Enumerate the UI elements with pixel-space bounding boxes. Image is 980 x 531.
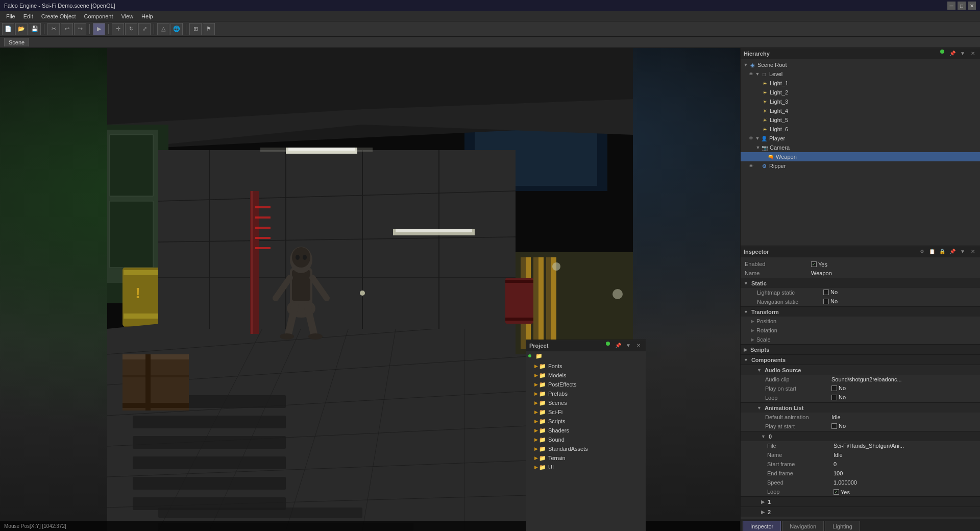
arrow-light6 xyxy=(755,126,761,132)
enabled-checkbox[interactable]: ✓ xyxy=(811,261,817,267)
project-close-btn[interactable]: ✕ xyxy=(634,342,643,350)
close-button[interactable]: ✕ xyxy=(968,2,976,10)
eye-player: 👁 xyxy=(749,136,753,141)
toolbar-redo[interactable]: ↪ xyxy=(74,23,86,35)
tree-item-light2[interactable]: ☀ Light_2 xyxy=(741,88,980,97)
hierarchy-menu-btn[interactable]: ▼ xyxy=(959,50,967,58)
anim-entry-0[interactable]: ▼ 0 xyxy=(741,431,980,441)
section-components[interactable]: ▼ Components xyxy=(741,354,980,365)
lightmap-cb[interactable] xyxy=(823,289,829,295)
tree-item-light1[interactable]: ☀ Light_1 xyxy=(741,79,980,88)
loop-anim-cb[interactable]: ✓ xyxy=(834,489,839,495)
tree-item-scene-root[interactable]: ▼ ◉ Scene Root xyxy=(741,60,980,69)
svg-point-75 xyxy=(292,247,310,268)
play-on-start-cb[interactable] xyxy=(831,385,837,391)
inspector-pin-btn[interactable]: 📌 xyxy=(948,248,957,256)
svg-rect-38 xyxy=(122,403,189,408)
toolbar-grid[interactable]: ⊞ xyxy=(189,23,202,35)
inspector-tabs: Inspector Navigation Lighting xyxy=(741,519,980,531)
scene-tab-label[interactable]: Scene xyxy=(4,38,29,46)
project-root-row[interactable]: 📁 xyxy=(526,351,646,360)
project-item-prefabs[interactable]: ▶ 📁 Prefabs xyxy=(526,389,646,398)
loop-audio-cb[interactable] xyxy=(831,395,837,400)
tab-lighting[interactable]: Lighting xyxy=(825,521,860,531)
tree-item-level[interactable]: 👁 ▼ □ Level xyxy=(741,69,980,79)
toolbar-play[interactable]: ▶ xyxy=(93,23,105,35)
toolbar-save[interactable]: 💾 xyxy=(29,23,41,35)
project-item-shaders[interactable]: ▶ 📁 Shaders xyxy=(526,426,646,435)
project-item-models[interactable]: ▶ 📁 Models xyxy=(526,371,646,380)
anim-entry-2[interactable]: ▶ 2 xyxy=(741,506,980,517)
anim-entry-1[interactable]: ▶ 1 xyxy=(741,496,980,506)
project-item-scenes[interactable]: ▶ 📁 Scenes xyxy=(526,398,646,407)
section-transform[interactable]: ▼ Transform xyxy=(741,306,980,317)
end-frame-row: End frame 100 xyxy=(741,469,980,478)
eye-ripper: 👁 xyxy=(749,163,753,168)
toolbar-undo[interactable]: ↩ xyxy=(61,23,73,35)
project-item-scifi[interactable]: ▶ 📁 Sci-Fi xyxy=(526,407,646,417)
menu-file[interactable]: File xyxy=(2,12,19,20)
icon-scene-root: ◉ xyxy=(749,61,756,68)
inspector-btn3[interactable]: 🔒 xyxy=(938,248,946,256)
section-static[interactable]: ▼ Static xyxy=(741,278,980,288)
tree-item-light6[interactable]: ☀ Light_6 xyxy=(741,125,980,134)
project-item-fonts[interactable]: ▶ 📁 Fonts xyxy=(526,361,646,371)
inspector-btn2[interactable]: 📋 xyxy=(928,248,936,256)
project-item-scripts[interactable]: ▶ 📁 Scripts xyxy=(526,417,646,426)
inspector-close-btn[interactable]: ✕ xyxy=(969,248,977,256)
anim-file-row: File Sci-Fi/Hands_Shotgun/Ani... xyxy=(741,441,980,450)
navigation-cb[interactable] xyxy=(823,299,829,304)
toolbar-mode2[interactable]: 🌐 xyxy=(170,23,183,35)
maximize-button[interactable]: □ xyxy=(958,2,966,10)
menu-create-object[interactable]: Create Object xyxy=(37,12,80,20)
play-at-start-cb[interactable] xyxy=(831,423,837,429)
tree-item-light4[interactable]: ☀ Light_4 xyxy=(741,106,980,115)
toolbar-scale[interactable]: ⤢ xyxy=(138,23,151,35)
tab-navigation[interactable]: Navigation xyxy=(782,521,824,531)
toolbar-mode1[interactable]: △ xyxy=(157,23,169,35)
project-item-terrain[interactable]: ▶ 📁 Terrain xyxy=(526,453,646,463)
menu-view[interactable]: View xyxy=(117,12,137,20)
arrow-player: ▼ xyxy=(754,135,761,141)
section-scripts[interactable]: ▶ Scripts xyxy=(741,344,980,354)
project-pin-btn[interactable]: 📌 xyxy=(614,342,622,350)
folder-ui: 📁 xyxy=(539,464,546,471)
project-item-ui[interactable]: ▶ 📁 UI xyxy=(526,463,646,472)
hierarchy-close-btn[interactable]: ✕ xyxy=(969,50,977,58)
inspector-btn1[interactable]: ⚙ xyxy=(918,248,926,256)
tree-item-player[interactable]: 👁 ▼ 👤 Player xyxy=(741,134,980,143)
menu-edit[interactable]: Edit xyxy=(19,12,37,20)
project-item-standardassets[interactable]: ▶ 📁 StandardAssets xyxy=(526,444,646,453)
hierarchy-pin-btn[interactable]: 📌 xyxy=(948,50,957,58)
tab-inspector[interactable]: Inspector xyxy=(743,521,781,531)
project-item-posteffects[interactable]: ▶ 📁 PostEffects xyxy=(526,380,646,389)
toolbar-new[interactable]: 📄 xyxy=(2,23,14,35)
tree-item-camera[interactable]: ▼ 📷 Camera xyxy=(741,143,980,152)
section-animation-list[interactable]: ▼ Animation List xyxy=(741,402,980,413)
project-panel: Project 📌 ▼ ✕ 📁 ▶ 📁 Fonts ▶ 📁 Models ▶ 📁 xyxy=(526,340,646,531)
label-static: Static xyxy=(751,280,767,286)
project-menu-btn[interactable]: ▼ xyxy=(624,342,632,350)
project-item-sound[interactable]: ▶ 📁 Sound xyxy=(526,435,646,444)
toolbar-translate[interactable]: ✛ xyxy=(112,23,124,35)
tree-item-ripper[interactable]: 👁 ⚙ Ripper xyxy=(741,161,980,171)
tree-item-light3[interactable]: ☀ Light_3 xyxy=(741,97,980,106)
toolbar-rotate[interactable]: ↻ xyxy=(125,23,137,35)
inspector-menu-btn[interactable]: ▼ xyxy=(959,248,967,256)
minimize-button[interactable]: ─ xyxy=(947,2,955,10)
tree-item-weapon[interactable]: 🔫 Weapon xyxy=(741,152,980,161)
menu-help[interactable]: Help xyxy=(137,12,157,20)
label-scene-root: Scene Root xyxy=(757,62,787,68)
menu-component[interactable]: Component xyxy=(80,12,117,20)
toolbar-cut[interactable]: ✂ xyxy=(47,23,60,35)
section-audio-source[interactable]: ▼ Audio Source xyxy=(741,365,980,375)
toolbar-flag[interactable]: ⚑ xyxy=(203,23,215,35)
svg-rect-36 xyxy=(122,354,189,411)
svg-rect-73 xyxy=(292,270,310,301)
toolbar-open[interactable]: 📂 xyxy=(15,23,28,35)
svg-rect-32 xyxy=(133,477,286,490)
folder-icon-scenes: ▶ xyxy=(534,400,538,405)
folder-scripts: 📁 xyxy=(539,418,546,425)
tree-item-light5[interactable]: ☀ Light_5 xyxy=(741,115,980,125)
inspector-header: Inspector ⚙ 📋 🔒 📌 ▼ ✕ xyxy=(741,246,980,257)
